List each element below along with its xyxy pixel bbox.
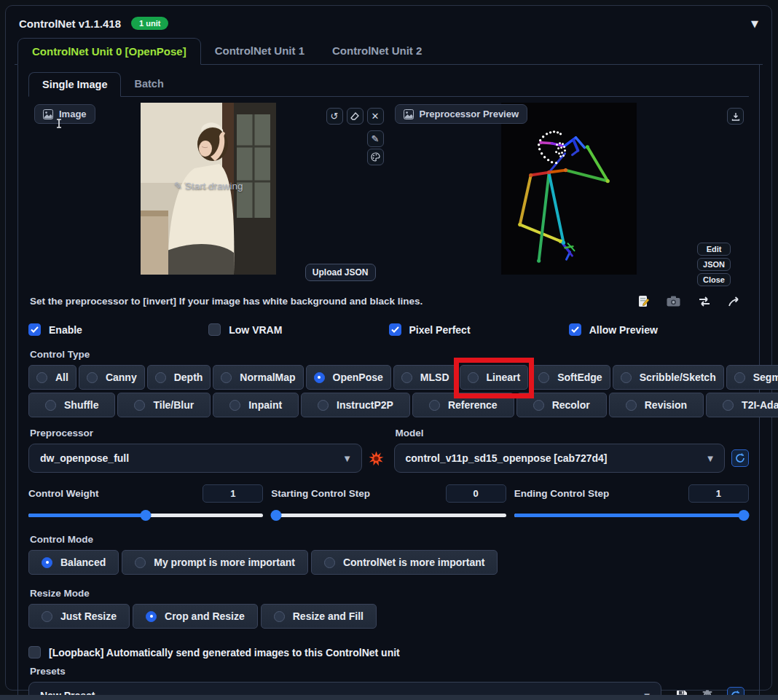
control-type-instructp2p[interactable]: InstructP2P [301, 393, 410, 417]
edit-pose-button[interactable]: Edit [697, 243, 731, 256]
tab-unit-0[interactable]: ControlNet Unit 0 [OpenPose] [17, 38, 201, 65]
radio-icon [87, 372, 98, 383]
radio-icon [42, 611, 52, 622]
radio-icon [533, 400, 544, 411]
radio-icon [45, 400, 56, 411]
pencil-icon[interactable]: ✎ [367, 130, 384, 147]
close-icon[interactable]: ✕ [367, 108, 384, 125]
radio-icon [734, 372, 745, 383]
control-type-segmentation[interactable]: Segmentation [726, 365, 778, 390]
control-mode-balanced[interactable]: Balanced [28, 550, 119, 575]
resize-mode-just-resize[interactable]: Just Resize [28, 604, 130, 629]
preview-label: Preprocessor Preview [420, 109, 519, 119]
control-type-label: Control Type [30, 349, 747, 360]
radio-icon [274, 611, 285, 622]
image-icon [43, 109, 53, 119]
allowpreview-label: Allow Preview [589, 324, 658, 336]
control-type-shuffle[interactable]: Shuffle [28, 393, 115, 417]
eraser-icon[interactable] [347, 108, 364, 125]
control-type-scribble[interactable]: Scribble/Sketch [613, 365, 724, 390]
refresh-models-icon[interactable] [731, 449, 749, 467]
preprocessor-dropdown[interactable]: dw_openpose_full ▼ [28, 444, 362, 473]
control-type-normalmap[interactable]: NormalMap [213, 365, 303, 390]
upload-json-button[interactable]: Upload JSON [305, 264, 376, 281]
radio-icon [401, 372, 412, 383]
control-type-openpose[interactable]: OpenPose [306, 365, 391, 390]
loopback-checkbox[interactable] [28, 646, 41, 658]
enable-checkbox[interactable] [28, 323, 41, 336]
explosion-run-icon[interactable] [369, 451, 384, 466]
image-label-chip[interactable]: Image [34, 104, 95, 124]
control-mode-prompt-important[interactable]: My prompt is more important [122, 550, 308, 575]
pixelperfect-checkbox[interactable] [389, 323, 401, 336]
control-type-revision[interactable]: Revision [609, 393, 704, 417]
control-type-inpaint[interactable]: Inpaint [213, 393, 299, 417]
lowvram-checkbox[interactable] [208, 323, 221, 336]
invert-note: Set the preprocessor to [invert] If your… [30, 296, 637, 307]
resize-mode-crop-and-resize[interactable]: Crop and Resize [133, 604, 258, 629]
tab-unit-2[interactable]: ControlNet Unit 2 [318, 38, 436, 64]
resize-mode-resize-and-fill[interactable]: Resize and Fill [261, 604, 377, 629]
collapse-arrow-icon[interactable]: ▼ [751, 18, 758, 29]
control-mode-controlnet-important[interactable]: ControlNet is more important [311, 550, 498, 575]
radio-icon [324, 557, 335, 568]
page-bottom-edge [0, 695, 778, 700]
control-type-mlsd[interactable]: MLSD [393, 365, 457, 390]
control-type-reference[interactable]: Reference [412, 393, 514, 417]
control-type-depth[interactable]: Depth [147, 365, 211, 390]
slider-handle[interactable] [141, 510, 152, 521]
palette-icon[interactable] [367, 149, 384, 165]
control-type-canny[interactable]: Canny [79, 365, 145, 390]
start-step-group: Starting Control Step [271, 484, 506, 521]
text-cursor [56, 119, 62, 128]
control-weight-group: Control Weight [28, 484, 263, 521]
tab-single-image[interactable]: Single Image [28, 72, 121, 97]
chevron-down-icon: ▼ [707, 455, 713, 463]
camera-icon[interactable] [667, 296, 680, 307]
enable-checkbox-row: Enable [28, 323, 208, 336]
close-pose-button[interactable]: Close [697, 273, 731, 286]
tab-batch[interactable]: Batch [121, 72, 176, 96]
input-image-panel: Image [28, 103, 389, 283]
start-step-input[interactable] [446, 484, 506, 503]
control-type-lineart[interactable]: Lineart [460, 365, 529, 390]
chevron-down-icon: ▼ [345, 455, 350, 463]
controlnet-panel: ControlNet v1.1.418 1 unit ▼ ControlNet … [5, 5, 772, 691]
send-dimensions-icon[interactable] [728, 296, 742, 307]
control-type-softedge[interactable]: SoftEdge [530, 365, 610, 390]
control-type-t2i-adapter[interactable]: T2I-Adapter [706, 393, 778, 417]
invert-note-row: Set the preprocessor to [invert] If your… [30, 295, 747, 307]
control-type-all[interactable]: All [28, 365, 76, 390]
control-type-tileblur[interactable]: Tile/Blur [117, 393, 211, 417]
lowvram-label: Low VRAM [229, 324, 282, 336]
radio-icon [723, 400, 734, 411]
new-canvas-icon[interactable] [637, 295, 650, 307]
control-type-recolor[interactable]: Recolor [516, 393, 607, 417]
model-dropdown[interactable]: control_v11p_sd15_openpose [cab727d4] ▼ [394, 444, 726, 473]
slider-handle[interactable] [738, 510, 749, 521]
radio-icon [221, 372, 232, 383]
radio-icon [155, 372, 166, 383]
start-step-slider[interactable] [271, 509, 506, 521]
radio-icon [134, 400, 145, 411]
end-step-label: Ending Control Step [514, 488, 610, 499]
download-icon[interactable] [727, 108, 744, 125]
swap-arrows-icon[interactable] [697, 296, 712, 307]
tab-unit-1[interactable]: ControlNet Unit 1 [201, 38, 318, 64]
pose-skeleton-image[interactable] [501, 103, 637, 275]
undo-icon[interactable]: ↺ [326, 108, 343, 125]
end-step-input[interactable] [688, 484, 749, 503]
end-step-slider[interactable] [514, 509, 749, 521]
input-image[interactable]: ✎ Start drawing [141, 103, 276, 275]
radio-selected-icon [42, 557, 52, 568]
radio-icon [429, 400, 440, 411]
control-weight-input[interactable] [203, 484, 263, 503]
preprocessor-preview-chip[interactable]: Preprocessor Preview [395, 104, 528, 124]
image-mode-tab-bar: Single Image Batch [28, 72, 749, 97]
radio-icon [229, 400, 240, 411]
allowpreview-checkbox[interactable] [569, 323, 581, 336]
radio-icon [135, 557, 146, 568]
json-pose-button[interactable]: JSON [697, 258, 731, 271]
slider-handle[interactable] [271, 510, 282, 521]
control-weight-slider[interactable] [28, 509, 263, 521]
